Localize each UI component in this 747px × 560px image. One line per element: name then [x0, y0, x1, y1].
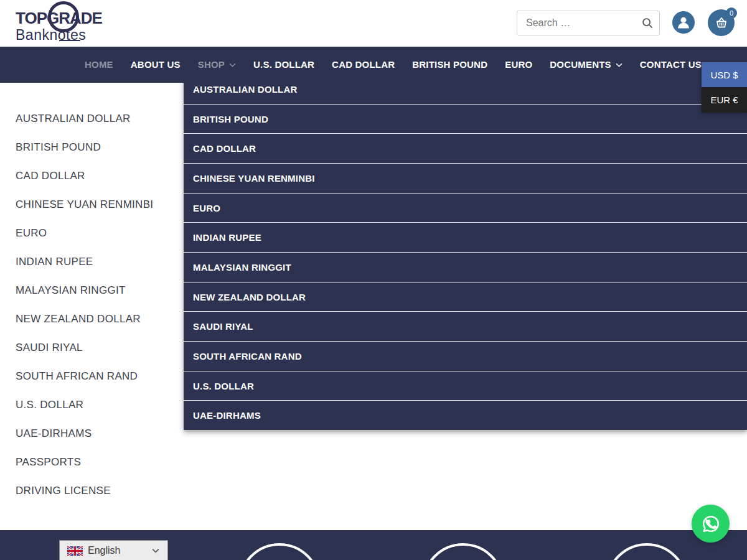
site-header: TOPGRADE Banknotes 0 [0, 0, 747, 47]
page: TOPGRADE Banknotes 0 [0, 0, 747, 560]
cart-button[interactable]: 0 [708, 9, 735, 36]
nav-cad-dollar[interactable]: CAD DOLLAR [332, 47, 395, 83]
dropdown-item-us-dollar[interactable]: U.S. DOLLAR [184, 371, 747, 401]
dropdown-item-cad-dollar[interactable]: CAD DOLLAR [184, 134, 747, 164]
nav-euro[interactable]: EURO [505, 47, 532, 83]
currency-option-usd[interactable]: USD $ [702, 62, 747, 87]
cart-count-badge: 0 [726, 7, 737, 19]
currency-switcher: USD $ EUR € [702, 62, 747, 113]
sidebar-item-driving-license[interactable]: DRIVING LICENSE [16, 477, 177, 505]
dropdown-item-new-zealand-dollar[interactable]: NEW ZEALAND DOLLAR [184, 282, 747, 312]
language-label: English [88, 545, 120, 556]
dropdown-item-saudi-riyal[interactable]: SAUDI RIYAL [184, 312, 747, 342]
nav-documents[interactable]: DOCUMENTS [550, 47, 622, 83]
footer-circle-decoration [606, 543, 688, 560]
sidebar-item-euro[interactable]: EURO [16, 219, 177, 248]
nav-contact-us[interactable]: CONTACT US [640, 47, 702, 83]
currency-option-eur[interactable]: EUR € [702, 87, 747, 113]
footer: English [0, 530, 747, 560]
sidebar-menu: AUSTRALIAN DOLLAR BRITISH POUND CAD DOLL… [16, 105, 177, 505]
whatsapp-icon [700, 513, 722, 535]
sidebar-item-uae-dirhams[interactable]: UAE-DIRHAMS [16, 419, 177, 448]
nav-shop[interactable]: SHOP [198, 47, 236, 83]
footer-circle-decoration [238, 543, 321, 560]
language-selector[interactable]: English [59, 540, 168, 560]
footer-circle-decoration [422, 543, 504, 560]
dropdown-item-chinese-yuan-renminbi[interactable]: CHINESE YUAN RENMINBI [184, 164, 747, 194]
account-button[interactable] [672, 11, 695, 34]
sidebar-item-chinese-yuan-renminbi[interactable]: CHINESE YUAN RENMINBI [16, 190, 177, 219]
sidebar-item-indian-rupee[interactable]: INDIAN RUPEE [16, 248, 177, 276]
chevron-down-icon [152, 548, 159, 553]
nav-shop-label: SHOP [198, 47, 225, 83]
sidebar-item-cad-dollar[interactable]: CAD DOLLAR [16, 162, 177, 190]
dropdown-item-indian-rupee[interactable]: INDIAN RUPEE [184, 223, 747, 253]
logo-underline-decoration [59, 40, 80, 41]
logo-text-topgrade: TOPGRADE [16, 9, 96, 27]
logo-text-banknotes: Banknotes [16, 27, 96, 42]
dropdown-item-malaysian-ringgit[interactable]: MALAYSIAN RINGGIT [184, 253, 747, 282]
dropdown-item-british-pound[interactable]: BRITISH POUND [184, 105, 747, 134]
sidebar-item-british-pound[interactable]: BRITISH POUND [16, 133, 177, 162]
nav-british-pound[interactable]: BRITISH POUND [412, 47, 487, 83]
chevron-down-icon [616, 63, 622, 67]
sidebar-item-saudi-riyal[interactable]: SAUDI RIYAL [16, 334, 177, 362]
search-icon [641, 16, 654, 30]
search-box [517, 11, 660, 35]
search-input[interactable] [517, 11, 659, 35]
whatsapp-chat-button[interactable] [692, 505, 730, 543]
dropdown-item-south-african-rand[interactable]: SOUTH AFRICAN RAND [184, 342, 747, 371]
shop-dropdown-menu: AUSTRALIAN DOLLAR BRITISH POUND CAD DOLL… [184, 75, 747, 430]
uk-flag-icon [67, 546, 83, 556]
nav-home[interactable]: HOME [85, 47, 113, 83]
sidebar-item-australian-dollar[interactable]: AUSTRALIAN DOLLAR [16, 105, 177, 133]
nav-documents-label: DOCUMENTS [550, 47, 611, 83]
dropdown-item-euro[interactable]: EURO [184, 194, 747, 223]
sidebar-item-south-african-rand[interactable]: SOUTH AFRICAN RAND [16, 362, 177, 391]
main-nav: HOME ABOUT US SHOP U.S. DOLLAR CAD DOLLA… [0, 47, 747, 83]
sidebar-item-passports[interactable]: PASSPORTS [16, 448, 177, 477]
site-logo[interactable]: TOPGRADE Banknotes [16, 4, 96, 44]
cart-basket-icon [714, 16, 729, 30]
sidebar-item-us-dollar[interactable]: U.S. DOLLAR [16, 391, 177, 419]
nav-us-dollar[interactable]: U.S. DOLLAR [253, 47, 314, 83]
nav-about-us[interactable]: ABOUT US [131, 47, 181, 83]
search-button[interactable] [639, 16, 655, 32]
chevron-down-icon [229, 63, 236, 67]
sidebar-item-new-zealand-dollar[interactable]: NEW ZEALAND DOLLAR [16, 305, 177, 334]
sidebar-item-malaysian-ringgit[interactable]: MALAYSIAN RINGGIT [16, 276, 177, 305]
dropdown-item-uae-dirhams[interactable]: UAE-DIRHAMS [184, 401, 747, 430]
user-avatar-icon [674, 13, 693, 32]
